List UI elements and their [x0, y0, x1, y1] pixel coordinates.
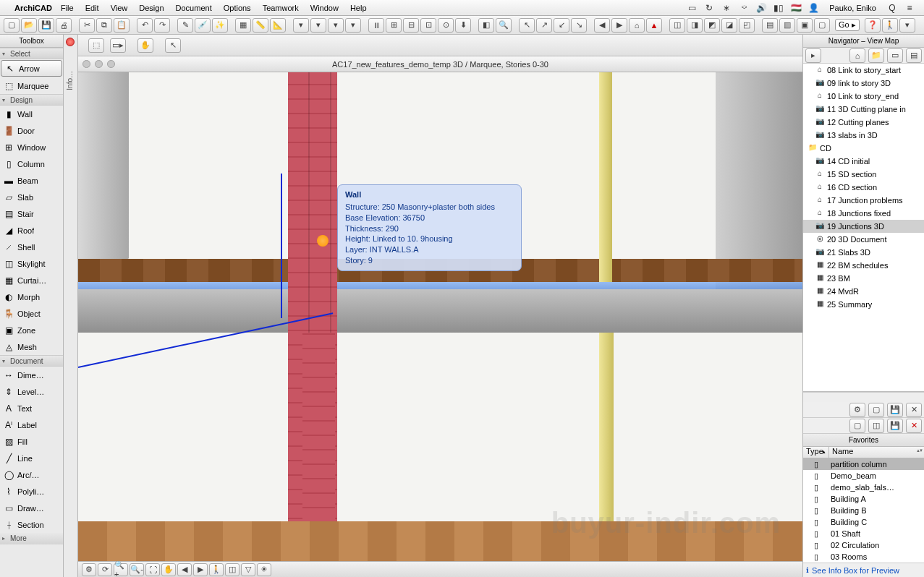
navigator-item[interactable]: 📷14 CD initial	[803, 155, 924, 168]
measure-button[interactable]: 📐	[270, 18, 286, 33]
scale-combo[interactable]: ▾	[310, 18, 326, 33]
vp-marquee-button[interactable]: ⬚	[88, 38, 104, 53]
qb-pan-button[interactable]: ✋	[161, 563, 176, 576]
snap-button[interactable]: ⊙	[438, 18, 454, 33]
menu-edit[interactable]: Edit	[85, 4, 99, 12]
favorites-row[interactable]: ▯02 Circulation	[803, 539, 924, 551]
open-button[interactable]: 📂	[21, 18, 37, 33]
plot-button[interactable]: 🖨	[56, 18, 72, 33]
favorites-list[interactable]: ▯partition column▯Demo_beam▯demo_slab_fa…	[803, 458, 924, 563]
nav-fwd-button[interactable]: ▶	[611, 18, 627, 33]
pen-combo[interactable]: ▾	[345, 18, 361, 33]
redo-button[interactable]: ↷	[154, 18, 170, 33]
menubar-user[interactable]: Pauko, Eniko	[829, 4, 876, 12]
qb-orbit-button[interactable]: ⟳	[98, 563, 112, 576]
nav-viewmap-button[interactable]: 📁	[868, 48, 884, 63]
fav-redefine-button[interactable]: ◫	[868, 419, 884, 433]
detail-button[interactable]: ◩	[704, 18, 720, 33]
partial-combo[interactable]: ▾	[328, 18, 344, 33]
window-titlebar[interactable]: AC17_new_features_demo_temp 3D / Marquee…	[78, 56, 802, 72]
arrow3-button[interactable]: ↗	[536, 18, 552, 33]
nav-settings-button[interactable]: ⚙	[849, 403, 865, 417]
navigator-item[interactable]: 📷21 Slabs 3D	[803, 246, 924, 259]
go-combo[interactable]: Go ▸	[835, 19, 860, 31]
traffic-close-icon[interactable]	[82, 60, 90, 68]
floorplan-button[interactable]: ⌂	[629, 18, 645, 33]
menu-design[interactable]: Design	[139, 4, 164, 12]
battery-icon[interactable]: ▮▯	[772, 2, 785, 14]
inject-button[interactable]: 💉	[195, 18, 211, 33]
navigator-item[interactable]: 📁CD	[803, 142, 924, 155]
menu-options[interactable]: Options	[224, 4, 251, 12]
tool-shell[interactable]: ⟋Shell	[0, 239, 63, 255]
gravity-button[interactable]: ⬇	[455, 18, 471, 33]
tool-window[interactable]: ⊞Window	[0, 139, 63, 155]
qb-next-button[interactable]: ▶	[193, 563, 208, 576]
nav-save-button[interactable]: 💾	[887, 403, 903, 417]
3d-button[interactable]: ▲	[646, 18, 662, 33]
save-button[interactable]: 💾	[38, 18, 54, 33]
grid-button[interactable]: ⊡	[420, 18, 436, 33]
organizer-button[interactable]: ▤	[762, 18, 778, 33]
navigator-item[interactable]: 📷19 Junctions 3D	[803, 220, 924, 233]
info-box-strip[interactable]: Info…	[64, 35, 78, 577]
user-icon[interactable]: 👤	[807, 2, 820, 14]
tool-mesh[interactable]: ◬Mesh	[0, 338, 63, 355]
elevation-button[interactable]: ◨	[687, 18, 703, 33]
tool-arrow[interactable]: ↖Arrow	[1, 60, 62, 77]
worksheet-button[interactable]: ◪	[721, 18, 737, 33]
copy-button[interactable]: ⧉	[96, 18, 112, 33]
tool-label[interactable]: AˡLabel	[0, 416, 63, 433]
wifi-icon[interactable]: ⌔	[737, 2, 750, 14]
align-button[interactable]: ⊞	[386, 18, 402, 33]
vp-hand-button[interactable]: ✋	[137, 38, 153, 53]
navigator-tree[interactable]: ⌂08 Link to story_start📷09 link to story…	[803, 64, 924, 392]
navigator-item[interactable]: ⌂16 CD section	[803, 181, 924, 194]
notification-icon[interactable]: ≡	[903, 2, 916, 14]
menu-document[interactable]: Document	[176, 4, 212, 12]
menu-file[interactable]: File	[61, 4, 74, 12]
navigator-item[interactable]: 📷11 3D Cutting plane in	[803, 103, 924, 116]
arrow4-button[interactable]: ↙	[554, 18, 569, 33]
favorites-col-type[interactable]: Type	[803, 447, 829, 458]
navigator-item[interactable]: ▦24 MvdR	[803, 285, 924, 298]
qb-fit-button[interactable]: ⛶	[145, 563, 160, 576]
navigator-item[interactable]: ⌂17 Junction problems	[803, 194, 924, 207]
tool-text[interactable]: AText	[0, 400, 63, 416]
tool-slab[interactable]: ▱Slab	[0, 189, 63, 205]
nav-publisher-button[interactable]: ▤	[906, 48, 922, 63]
navigator-item[interactable]: ⌂15 SD section	[803, 168, 924, 181]
tool-skylight[interactable]: ◫Skylight	[0, 255, 63, 272]
navigator-item[interactable]: ▦25 Summary	[803, 298, 924, 311]
qb-persp-button[interactable]: ▽	[241, 563, 255, 576]
navigator-item[interactable]: 📷12 Cutting planes	[803, 116, 924, 129]
flag-icon[interactable]: 🇭🇺	[789, 2, 802, 14]
vp-cursor-button[interactable]: ↖	[165, 38, 181, 53]
toolbox-section-more[interactable]: More	[0, 533, 63, 544]
qb-settings-button[interactable]: ⚙	[82, 563, 96, 576]
tool-stair[interactable]: ▤Stair	[0, 205, 63, 222]
layer-combo[interactable]: ▾	[293, 18, 309, 33]
favorites-row[interactable]: ▯Building C	[803, 516, 924, 528]
menu-view[interactable]: View	[111, 4, 128, 12]
suspend-button[interactable]: ⏸	[368, 18, 384, 33]
favorites-row[interactable]: ▯01 Shaft	[803, 528, 924, 539]
trace-button[interactable]: ▦	[235, 18, 251, 33]
toolbox-section-select[interactable]: Select	[0, 48, 63, 59]
ruler-button[interactable]: 📏	[253, 18, 268, 33]
spotlight-icon[interactable]: Q	[886, 2, 899, 14]
tool-object[interactable]: 🪑Object	[0, 305, 63, 322]
traffic-zoom-icon[interactable]	[107, 60, 115, 68]
favorites-row[interactable]: ▯Demo_beam	[803, 470, 924, 482]
arrow5-button[interactable]: ↘	[571, 18, 587, 33]
tool-section[interactable]: ⟊Section	[0, 516, 63, 533]
navigator-item[interactable]: ▦22 BM schedules	[803, 259, 924, 272]
fav-delete-button[interactable]: ✕	[906, 419, 922, 433]
qb-walk-button[interactable]: 🚶	[209, 563, 224, 576]
tool-morph[interactable]: ◐Morph	[0, 288, 63, 305]
tool-column[interactable]: ▯Column	[0, 155, 63, 172]
nav-project-button[interactable]: ⌂	[849, 48, 865, 63]
nav-new-button[interactable]: ▢	[868, 403, 884, 417]
navigator-item[interactable]: ▦23 BM	[803, 272, 924, 285]
navigator-item[interactable]: ⌂18 Junctions fixed	[803, 207, 924, 220]
